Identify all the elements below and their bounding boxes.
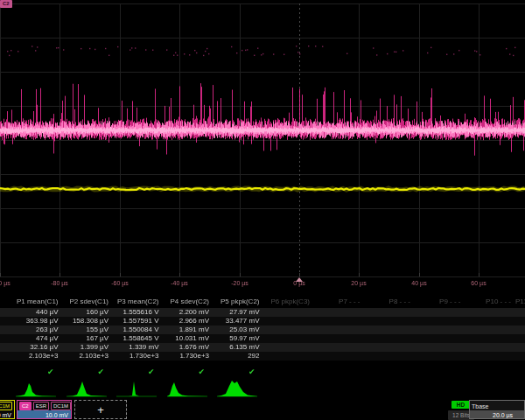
histicon[interactable]	[66, 379, 107, 399]
measure-value: 59.97 mV	[212, 334, 262, 343]
measure-value: 363.98 µV	[10, 317, 61, 326]
measure-value	[363, 308, 414, 317]
measure-value: 1.550084 V	[111, 326, 162, 334]
measure-value: 158.308 µV	[61, 317, 112, 326]
measure-value: 25.03 mV	[212, 326, 262, 334]
measure-header[interactable]: P6 pkpk(C3)	[262, 298, 313, 306]
time-axis-label: -80 µs	[51, 280, 68, 286]
c2-esr-tag: ESR	[33, 402, 49, 410]
measure-value	[262, 326, 313, 334]
measure-value	[413, 326, 464, 334]
measure-value: 33.477 mV	[212, 317, 262, 326]
measure-value: 1.676 mV	[162, 343, 213, 352]
measure-status-check: ✔	[162, 368, 213, 376]
measure-value	[312, 317, 363, 326]
measure-header[interactable]: P7 - - -	[312, 298, 363, 306]
hd-mode-badge[interactable]: HD	[452, 401, 470, 409]
measure-header[interactable]: P4 sdev(C2)	[162, 298, 213, 306]
c1-coupling-tag: DC1M	[0, 402, 12, 410]
measure-value: 10.031 mV	[162, 334, 213, 343]
measure-value	[413, 343, 464, 352]
measure-value	[363, 317, 414, 326]
measure-value: 263 µV	[10, 326, 61, 334]
measure-status-check: ✔	[111, 368, 162, 376]
measure-header[interactable]: P1 mean(C1)	[10, 298, 61, 306]
measure-value	[464, 317, 514, 326]
timebase-value: 20.0 µs	[470, 410, 524, 419]
measure-header[interactable]: P11	[514, 298, 525, 306]
add-trace-button[interactable]: +	[74, 400, 127, 419]
measure-header[interactable]: P9 - - -	[413, 298, 464, 306]
channel-c1-descriptor[interactable]: DC1M 0 mV	[0, 400, 15, 419]
measure-value: 1.730e+3	[162, 352, 213, 360]
measure-stat-row: 363.98 µV158.308 µV1.557591 V2.966 mV33.…	[0, 317, 525, 326]
measure-value: 292	[212, 352, 262, 360]
c2-coupling-tag: DC1M	[51, 402, 71, 410]
measure-value: 474 µV	[10, 334, 61, 343]
measure-value: 1.891 mV	[162, 326, 213, 334]
measure-value	[262, 308, 313, 317]
measure-value	[413, 334, 464, 343]
measure-status-check: ✔	[61, 368, 112, 376]
measure-stat-row: 474 µV167 µV1.558645 V10.031 mV59.97 mV	[0, 334, 525, 343]
measure-header[interactable]: P2 sdev(C1)	[61, 298, 112, 306]
measure-value: 1.555616 V	[111, 308, 162, 317]
measure-value	[514, 352, 525, 360]
measure-value	[464, 326, 514, 334]
channel-c2-descriptor[interactable]: C2 ESR DC1M 10.0 mV	[17, 400, 72, 419]
measure-value	[363, 334, 414, 343]
measure-value	[363, 326, 414, 334]
measure-header[interactable]: P10 - - -	[464, 298, 514, 306]
histicon[interactable]	[217, 379, 257, 399]
time-axis-label: -40 µs	[171, 280, 188, 286]
measure-value	[464, 334, 514, 343]
measure-header[interactable]: P5 pkpk(C2)	[212, 298, 262, 306]
time-axis-label: -100 µs	[0, 280, 10, 286]
measure-stat-row: 32.16 µV1.399 µV1.339 mV1.676 mV6.135 mV	[0, 343, 525, 352]
measure-status-check: ✔	[212, 368, 262, 376]
measure-stat-row: 440 µV160 µV1.555616 V2.200 mV27.97 mV	[0, 308, 525, 317]
measure-value	[363, 352, 414, 360]
measure-value	[464, 308, 514, 317]
waveform-display[interactable]	[0, 0, 525, 278]
measure-value: 1.399 µV	[61, 343, 112, 352]
measure-value	[262, 334, 313, 343]
measure-value: 1.557591 V	[111, 317, 162, 326]
measure-value	[464, 343, 514, 352]
measure-value	[312, 308, 363, 317]
measure-value	[413, 317, 464, 326]
time-axis-label: 0 µs	[293, 280, 304, 286]
measure-value: 2.966 mV	[162, 317, 213, 326]
c1-vdiv-value: 0 mV	[0, 410, 14, 419]
measure-value: 1.339 mV	[111, 343, 162, 352]
measure-value	[312, 334, 363, 343]
time-axis-label: 40 µs	[411, 280, 426, 286]
histicon[interactable]	[116, 379, 157, 399]
measurement-table: P1 mean(C1)P2 sdev(C1)P3 mean(C2)P4 sdev…	[0, 294, 525, 382]
timebase-descriptor[interactable]: Tbase 20.0 µs	[469, 400, 525, 419]
measure-stat-row: 263 µV155 µV1.550084 V1.891 mV25.03 mV	[0, 326, 525, 334]
measure-header[interactable]: P8 - - -	[363, 298, 414, 306]
measure-value	[262, 317, 313, 326]
time-axis-label: -20 µs	[231, 280, 248, 286]
c2-label: C2	[19, 402, 32, 410]
measure-value: 1.558645 V	[111, 334, 162, 343]
descriptor-bar: DC1M 0 mV C2 ESR DC1M 10.0 mV + HD 12 Bi…	[0, 400, 525, 420]
trace-badge[interactable]: C2	[0, 0, 12, 8]
measure-value: 6.135 mV	[212, 343, 262, 352]
measure-value	[363, 343, 414, 352]
measure-value: 440 µV	[10, 308, 61, 317]
measure-value: 2.200 mV	[162, 308, 213, 317]
histicon[interactable]	[16, 379, 56, 399]
measure-value	[464, 352, 514, 360]
measure-value	[312, 352, 363, 360]
measure-value: 32.16 µV	[10, 343, 61, 352]
histicon[interactable]	[167, 379, 207, 399]
measure-value	[413, 308, 464, 317]
time-axis: -100 µs-80 µs-60 µs-40 µs-20 µs0 µs20 µs…	[0, 277, 525, 291]
measure-stat-row: 2.103e+32.103e+31.730e+31.730e+3292	[0, 352, 525, 360]
measure-header[interactable]: P3 mean(C2)	[111, 298, 162, 306]
time-axis-label: 60 µs	[471, 280, 486, 286]
c2-vdiv-value: 10.0 mV	[18, 410, 71, 419]
timebase-title: Tbase	[470, 401, 524, 410]
